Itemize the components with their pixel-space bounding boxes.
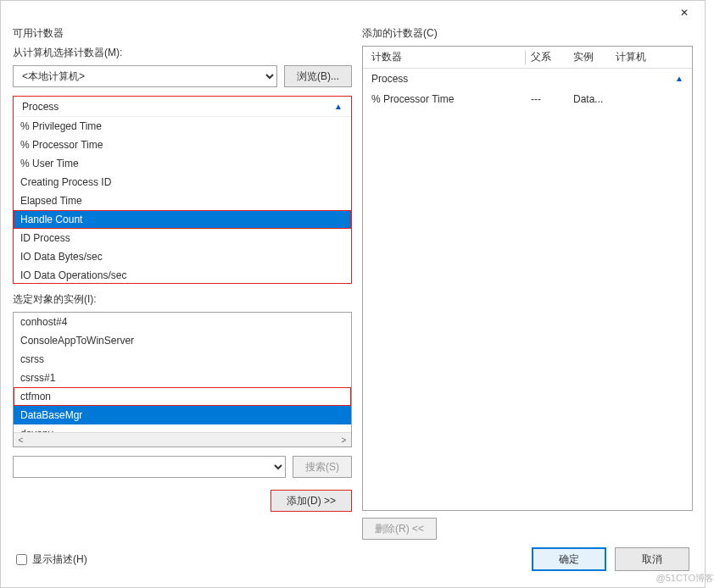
instances-label: 选定对象的实例(I):	[13, 292, 352, 307]
show-description-input[interactable]	[16, 554, 27, 565]
instances-listbox[interactable]: conhost#4 ConsoleAppToWinServer csrss cs…	[13, 312, 352, 447]
scroll-right-icon[interactable]: >	[337, 433, 351, 447]
list-item-selected[interactable]: DataBaseMgr	[14, 406, 351, 424]
list-item[interactable]: devenv	[14, 424, 351, 432]
close-icon: ✕	[680, 7, 689, 19]
search-combo[interactable]	[13, 456, 286, 478]
list-item[interactable]: IO Data Operations/sec	[14, 266, 351, 283]
remove-row: 删除(R) <<	[362, 518, 693, 540]
show-description-label: 显示描述(H)	[32, 552, 87, 567]
list-item[interactable]: Creating Process ID	[14, 173, 351, 191]
browse-button[interactable]: 浏览(B)...	[284, 65, 352, 87]
list-item[interactable]: ID Process	[14, 229, 351, 247]
show-description-checkbox[interactable]: 显示描述(H)	[16, 552, 87, 567]
counter-group-header[interactable]: Process ▲	[14, 97, 351, 117]
added-counters-label: 添加的计数器(C)	[362, 26, 693, 41]
table-group-name: Process	[371, 69, 408, 89]
title-bar: ✕	[1, 1, 705, 26]
list-item[interactable]: IO Data Bytes/sec	[14, 247, 351, 266]
list-item[interactable]: csrss	[14, 350, 351, 369]
col-computer[interactable]: 计算机	[611, 50, 689, 64]
chevron-up-icon: ▲	[675, 69, 683, 89]
list-item-selected[interactable]: Handle Count	[14, 210, 351, 229]
search-row: 搜索(S)	[13, 456, 352, 478]
select-computer-label: 从计算机选择计数器(M):	[13, 46, 352, 60]
list-item[interactable]: % User Time	[14, 154, 351, 173]
available-counters-label: 可用计数器	[13, 26, 352, 41]
list-item[interactable]: % Privileged Time	[14, 117, 351, 136]
list-item[interactable]: ctfmon	[14, 387, 351, 406]
cell-parent: ---	[526, 93, 568, 105]
remove-button: 删除(R) <<	[362, 518, 437, 540]
col-parent[interactable]: 父系	[526, 50, 568, 64]
col-counter[interactable]: 计数器	[366, 50, 525, 64]
cancel-button[interactable]: 取消	[615, 547, 689, 571]
cell-counter: % Processor Time	[366, 93, 526, 105]
counter-listbox[interactable]: Process ▲ % Privileged Time % Processor …	[13, 96, 352, 284]
footer-buttons: 确定 取消	[532, 547, 689, 571]
watermark: @51CTO博客	[656, 572, 714, 585]
list-item[interactable]: csrss#1	[14, 369, 351, 387]
dialog-footer: 显示描述(H) 确定 取消	[1, 540, 705, 587]
counter-list-scroll[interactable]: % Privileged Time % Processor Time % Use…	[14, 117, 351, 283]
add-row: 添加(D) >>	[13, 490, 352, 512]
computer-row: <本地计算机> 浏览(B)...	[13, 65, 352, 87]
added-counters-table: 计数器 父系 实例 计算机 Process ▲ % Processor Time…	[362, 46, 693, 511]
table-row[interactable]: % Processor Time --- Data...	[363, 89, 692, 109]
list-item[interactable]: ConsoleAppToWinServer	[14, 331, 351, 350]
list-item[interactable]: conhost#4	[14, 313, 351, 331]
horizontal-scrollbar[interactable]: < >	[14, 432, 351, 447]
list-item[interactable]: Elapsed Time	[14, 191, 351, 210]
instances-list-scroll[interactable]: conhost#4 ConsoleAppToWinServer csrss cs…	[14, 313, 351, 432]
close-button[interactable]: ✕	[666, 1, 703, 25]
dialog-content: 可用计数器 从计算机选择计数器(M): <本地计算机> 浏览(B)... Pro…	[1, 26, 705, 540]
table-group-header[interactable]: Process ▲	[363, 69, 692, 89]
added-counters-pane: 添加的计数器(C) 计数器 父系 实例 计算机 Process ▲ % Proc…	[362, 26, 693, 540]
perf-counter-dialog: ✕ 可用计数器 从计算机选择计数器(M): <本地计算机> 浏览(B)... P…	[0, 0, 706, 588]
col-instance[interactable]: 实例	[568, 50, 611, 64]
list-item[interactable]: % Processor Time	[14, 136, 351, 154]
chevron-up-icon: ▲	[334, 97, 343, 117]
computer-select[interactable]: <本地计算机>	[13, 65, 277, 87]
counter-group-name: Process	[22, 97, 59, 117]
table-header: 计数器 父系 实例 计算机	[363, 47, 692, 69]
search-button: 搜索(S)	[293, 456, 352, 478]
ok-button[interactable]: 确定	[532, 547, 606, 571]
scroll-left-icon[interactable]: <	[14, 433, 28, 447]
available-counters-pane: 可用计数器 从计算机选择计数器(M): <本地计算机> 浏览(B)... Pro…	[13, 26, 352, 540]
add-button[interactable]: 添加(D) >>	[271, 490, 352, 512]
cell-instance: Data...	[568, 93, 611, 105]
